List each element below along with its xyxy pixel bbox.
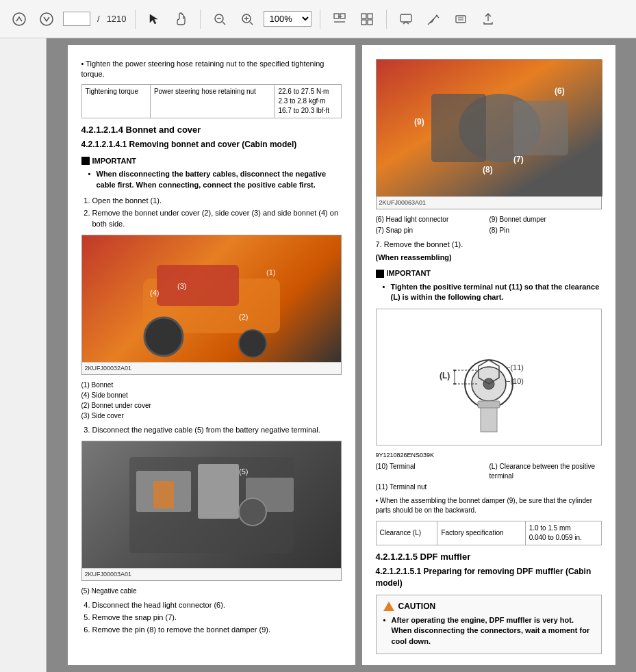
caption-L: (L) Clearance between the positive termi…	[489, 462, 602, 481]
caption-1-3: (3) Side cover	[81, 411, 342, 421]
caution-label: CAUTION	[398, 601, 436, 612]
diagram-mid-label: 9Y1210826ENS039K	[376, 451, 602, 460]
caption-1-4: (4) Side bonnet	[81, 391, 342, 400]
main-content: • Tighten the power steering hose retain…	[0, 38, 636, 672]
pen-button[interactable]	[422, 10, 444, 29]
caution-header: CAUTION	[383, 601, 594, 612]
sidebar	[0, 38, 47, 672]
left-page: • Tighten the power steering hose retain…	[68, 45, 355, 665]
engine-detail-photo: (9) (6) (7) (8) 2KUFJ00063A01	[376, 59, 602, 209]
diagram-battery: (5) 2KUFJ00003A01	[81, 441, 342, 581]
svg-text:(8): (8)	[483, 165, 493, 175]
svg-text:(7): (7)	[513, 155, 524, 164]
step-3: Disconnect the negative cable (5) from t…	[92, 425, 342, 435]
caption-8: (8) Pin	[489, 226, 602, 235]
svg-rect-51	[478, 401, 500, 408]
tightening-col3: 22.6 to 27.5 N·m 2.3 to 2.8 kgf·m 16.7 t…	[275, 84, 341, 118]
highlight-button[interactable]	[450, 10, 472, 29]
section-4-2-1-2-1-5: 4.2.1.2.1.5 DPF muffler	[376, 551, 602, 563]
svg-rect-17	[400, 14, 411, 22]
divider1	[135, 10, 136, 29]
svg-point-26	[239, 330, 266, 357]
steps-1-2: Open the bonnet (1). Remove the bonnet u…	[92, 196, 342, 229]
svg-line-19	[428, 23, 429, 25]
svg-rect-9	[334, 14, 339, 18]
zoom-level-select[interactable]: 100% 75% 125% 150%	[264, 11, 311, 27]
share-button[interactable]	[477, 10, 499, 29]
step-1: Open the bonnet (1).	[92, 196, 342, 206]
hand-tool-button[interactable]	[170, 10, 192, 29]
svg-rect-33	[198, 464, 239, 519]
clearance-col2: Factory specification	[437, 521, 525, 545]
important-icon-2	[376, 270, 384, 278]
zoom-in-button[interactable]	[236, 10, 258, 29]
view-mode-button[interactable]	[329, 10, 351, 29]
svg-rect-40	[431, 94, 486, 162]
svg-text:(1): (1)	[266, 268, 275, 276]
step-5: Remove the snap pin (7).	[92, 612, 342, 623]
important-block-2: IMPORTANT Tighten the positive terminal …	[376, 268, 602, 302]
svg-text:−(10): −(10)	[506, 377, 524, 385]
step-3-list: Disconnect the negative cable (5) from t…	[92, 425, 342, 435]
step-7: 7. Remove the bonnet (1).	[376, 240, 602, 250]
important-text-1: When disconnecting the battery cables, d…	[88, 169, 342, 190]
clearance-col1: Clearance (L)	[376, 521, 437, 545]
important-block-1: IMPORTANT When disconnecting the battery…	[81, 156, 342, 190]
important-label-2: IMPORTANT	[387, 268, 431, 279]
toolbar: 779 / 1210 100% 75% 125% 150%	[0, 0, 636, 38]
clearance-captions: (10) Terminal (L) Clearance between the …	[376, 462, 602, 492]
diagram-top-label: 2KUFJ00063A01	[377, 196, 601, 209]
step-4: Disconnect the head light connector (6).	[92, 600, 342, 610]
cursor-tool-button[interactable]	[144, 10, 164, 28]
top-photo-captions: (6) Head light connector (9) Bonnet dump…	[376, 215, 602, 235]
svg-line-8	[250, 22, 253, 25]
svg-point-36	[239, 498, 266, 526]
diagram-1-label: 2KUFJ00032A01	[82, 362, 341, 374]
section-4-2-1-2-1-5-1: 4.2.1.2.1.5.1 Preparing for removing DPF…	[376, 566, 602, 589]
steps-4-6: Disconnect the head light connector (6).…	[92, 600, 342, 636]
next-page-button[interactable]	[36, 10, 58, 29]
svg-point-25	[144, 318, 183, 356]
step-2: Remove the bonnet under cover (2), side …	[92, 208, 342, 229]
divider2	[200, 10, 201, 29]
caution-text: After operating the engine, DPF muffler …	[383, 615, 594, 647]
svg-text:(4): (4)	[150, 289, 159, 297]
caption-11: (11) Terminal nut	[376, 482, 488, 492]
svg-rect-15	[361, 20, 366, 25]
svg-text:−(11): −(11)	[506, 363, 524, 372]
total-pages: 1210	[107, 14, 127, 24]
clearance-svg: (L) −(11) −(10)	[420, 315, 557, 439]
engine-photo-img: (9) (6) (7) (8)	[377, 60, 601, 196]
diagram-bonnet-1: (4) (3) (2) (1) 2KUFJ00032A01	[81, 235, 342, 375]
diagram-2-label: 2KUFJ00003A01	[82, 568, 341, 580]
important-label-1: IMPORTANT	[92, 156, 137, 166]
svg-text:(9): (9)	[414, 117, 424, 127]
divider3	[320, 10, 320, 29]
tightening-col2: Power steering hose retaining nut	[150, 84, 275, 118]
caption-10: (10) Terminal	[376, 462, 488, 481]
caption-6: (6) Head light connector	[376, 215, 488, 224]
terminal-clearance-diagram: (L) −(11) −(10)	[376, 309, 602, 445]
svg-rect-13	[361, 14, 366, 18]
battery-svg: (5)	[116, 443, 307, 567]
page-number-input[interactable]: 779	[63, 12, 90, 26]
page-separator: /	[97, 14, 100, 24]
clearance-col3: 1.0 to 1.5 mm 0.040 to 0.059 in.	[525, 521, 601, 545]
svg-text:(2): (2)	[239, 313, 248, 321]
tractor-svg-1: (4) (3) (2) (1)	[116, 237, 307, 361]
tightening-table: Tightening torque Power steering hose re…	[81, 84, 342, 118]
svg-text:(5): (5)	[239, 467, 248, 476]
svg-rect-41	[513, 101, 568, 155]
caution-icon	[383, 602, 394, 611]
zoom-out-button[interactable]	[209, 10, 231, 29]
svg-rect-35	[153, 481, 174, 508]
prev-page-button[interactable]	[8, 10, 30, 29]
svg-rect-16	[368, 20, 372, 25]
comment-button[interactable]	[395, 10, 417, 29]
diagram-2-captions: (5) Negative cable	[81, 586, 342, 596]
important-icon	[81, 157, 90, 165]
svg-rect-20	[456, 16, 466, 23]
when-reassembling: (When reassembling)	[376, 253, 602, 263]
clearance-table: Clearance (L) Factory specification 1.0 …	[376, 521, 602, 545]
grid-button[interactable]	[356, 10, 378, 29]
